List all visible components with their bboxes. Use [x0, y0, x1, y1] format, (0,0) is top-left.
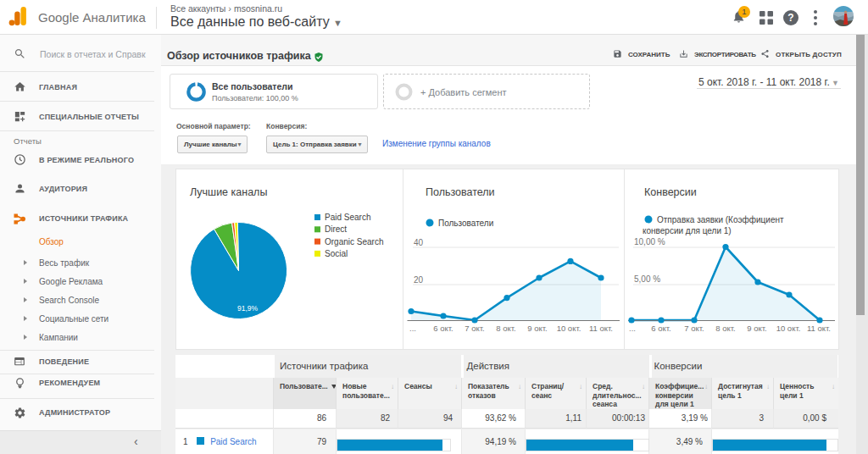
svg-text:10 окт.: 10 окт.	[557, 324, 581, 333]
svg-text:11 окт.: 11 окт.	[589, 324, 613, 333]
svg-text:Organic Search: Organic Search	[325, 237, 383, 246]
svg-text:9 окт.: 9 окт.	[747, 324, 766, 333]
svg-text:конверсии для цели 1): конверсии для цели 1)	[643, 226, 732, 235]
svg-text:Отправка заявки (Коэффициент: Отправка заявки (Коэффициент	[657, 215, 784, 224]
svg-text:91,9%: 91,9%	[237, 304, 259, 313]
svg-text:11 окт.: 11 окт.	[807, 324, 831, 333]
svg-text:Social: Social	[325, 249, 348, 258]
svg-text:20: 20	[414, 275, 424, 285]
svg-text:7 окт.: 7 окт.	[465, 324, 484, 333]
svg-text:9 окт.: 9 окт.	[527, 324, 547, 333]
svg-text:6 окт.: 6 окт.	[651, 324, 670, 333]
svg-text:10,00 %: 10,00 %	[634, 237, 665, 246]
svg-text:Direct: Direct	[325, 224, 347, 234]
svg-text:6 окт.: 6 окт.	[433, 324, 453, 333]
svg-text:8 окт.: 8 окт.	[496, 324, 515, 333]
svg-text:10 окт.: 10 окт.	[776, 324, 801, 333]
svg-text:7 окт.: 7 окт.	[684, 324, 704, 333]
svg-text:Paid Search: Paid Search	[325, 213, 370, 222]
svg-text:5,00 %: 5,00 %	[634, 274, 660, 284]
svg-text:...: ...	[629, 324, 636, 333]
svg-text:40: 40	[414, 238, 424, 247]
svg-text:8 окт.: 8 окт.	[715, 324, 735, 333]
svg-text:Пользователи: Пользователи	[438, 219, 493, 228]
svg-text:...: ...	[409, 324, 416, 333]
